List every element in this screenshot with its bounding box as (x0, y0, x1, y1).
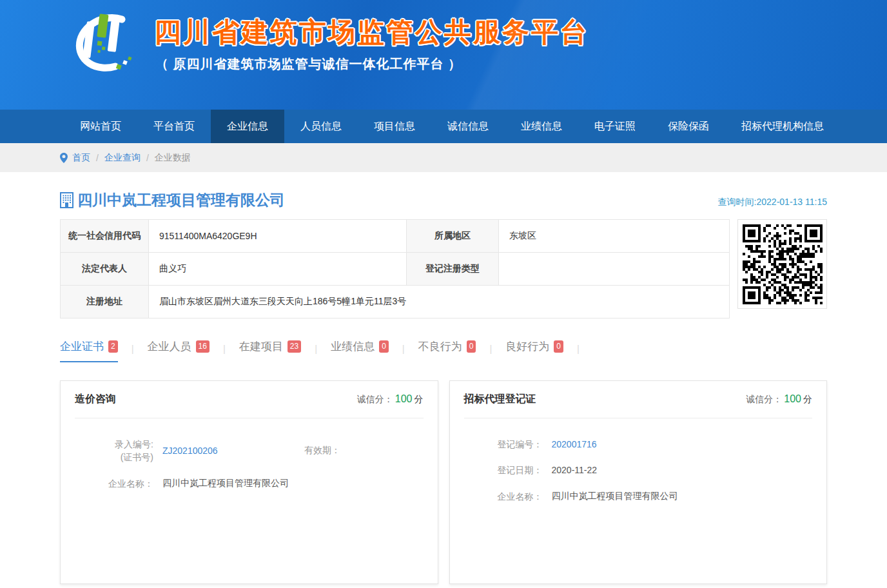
credit-score-unit: 分 (414, 394, 424, 404)
table-row: 注册地址 眉山市东坡区眉州大道东三段天天向上186号5幢1单元11层3号 (61, 286, 730, 318)
field-row: 登记日期： 2020-11-22 (464, 464, 813, 476)
tab-label: 良好行为 (505, 339, 549, 354)
tab-count-badge: 2 (108, 340, 118, 353)
tab-label: 业绩信息 (331, 339, 375, 354)
tab-count-badge: 0 (467, 340, 476, 353)
query-time: 查询时间:2022-01-13 11:15 (718, 197, 827, 210)
nav-item-credit-info[interactable]: 诚信信息 (431, 110, 505, 143)
credit-score: 诚信分：100分 (357, 393, 424, 406)
tab-count-badge: 23 (288, 340, 301, 353)
building-icon (60, 192, 73, 208)
qr-code (743, 224, 823, 304)
nav-item-project-info[interactable]: 项目信息 (358, 110, 431, 143)
info-label: 法定代表人 (61, 253, 149, 286)
field-row: 登记编号： 202001716 (464, 438, 813, 451)
registered-address-value: 眉山市东坡区眉州大道东三段天天向上186号5幢1单元11层3号 (149, 286, 730, 318)
info-label: 统一社会信用代码 (61, 220, 149, 253)
credit-score-value: 100 (395, 393, 413, 404)
tab-label: 不良行为 (418, 339, 462, 354)
cert-number-link[interactable]: ZJ202100206 (162, 446, 266, 456)
detail-tabs: 企业证书 2 | 企业人员 16 | 在建项目 23 | 业绩信息 0 | 不良… (60, 339, 827, 362)
company-name-text: 四川中岚工程项目管理有限公司 (77, 190, 285, 210)
tab-label: 企业证书 (60, 339, 104, 354)
site-title: 四川省建筑市场监管公共服务平台 (154, 14, 589, 50)
tab-separator: | (577, 343, 580, 362)
tab-label: 在建项目 (239, 339, 283, 354)
bidding-agency-cert-card: 招标代理登记证 诚信分：100分 登记编号： 202001716 登记日期： 2… (449, 380, 828, 584)
tab-company-personnel[interactable]: 企业人员 16 (148, 339, 210, 362)
tab-separator: | (132, 343, 134, 362)
credit-score-label: 诚信分： (357, 394, 393, 404)
nav-item-e-certificate[interactable]: 电子证照 (578, 110, 652, 143)
tab-separator: | (402, 343, 405, 362)
field-row: 企业名称： 四川中岚工程项目管理有限公司 (464, 490, 813, 503)
nav-item-bidding-agency-info[interactable]: 招标代理机构信息 (725, 110, 840, 143)
tab-count-badge: 0 (379, 340, 389, 353)
company-name-value: 四川中岚工程项目管理有限公司 (162, 478, 289, 489)
credit-score-value: 100 (784, 393, 801, 404)
breadcrumb-bar: 首页 / 企业查询 / 企业数据 (0, 143, 887, 172)
company-name-label: 企业名称： (464, 490, 543, 503)
credit-score: 诚信分：100分 (746, 393, 812, 406)
table-row: 统一社会信用代码 91511400MA6420GE9H 所属地区 东坡区 (61, 220, 730, 253)
tab-count-badge: 0 (554, 340, 563, 353)
tab-company-cert[interactable]: 企业证书 2 (60, 339, 118, 362)
location-pin-icon (60, 153, 68, 163)
breadcrumb-separator: / (146, 153, 149, 163)
credit-score-unit: 分 (803, 394, 812, 404)
registration-date-value: 2020-11-22 (552, 465, 598, 475)
tab-count-badge: 16 (196, 340, 210, 353)
card-title: 造价咨询 (75, 393, 116, 406)
card-title: 招标代理登记证 (464, 393, 536, 406)
validity-label: 有效期： (282, 445, 340, 456)
tab-separator: | (489, 343, 492, 362)
site-subtitle: （ 原四川省建筑市场监管与诚信一体化工作平台 ） (155, 55, 589, 73)
field-row: 企业名称： 四川中岚工程项目管理有限公司 (75, 477, 424, 490)
registration-number-label: 登记编号： (464, 438, 543, 451)
tab-good-behavior[interactable]: 良好行为 0 (505, 339, 563, 362)
breadcrumb-company-search-link[interactable]: 企业查询 (104, 152, 141, 164)
main-nav: 网站首页 平台首页 企业信息 人员信息 项目信息 诚信信息 业绩信息 电子证照 … (0, 110, 887, 143)
site-header: 四川省建筑市场监管公共服务平台 （ 原四川省建筑市场监管与诚信一体化工作平台 ） (0, 0, 887, 110)
nav-item-platform-home[interactable]: 平台首页 (137, 110, 211, 143)
registration-type-value (499, 253, 730, 286)
registration-number-link[interactable]: 202001716 (552, 439, 597, 449)
credit-score-label: 诚信分： (746, 394, 782, 404)
breadcrumb-current: 企业数据 (155, 152, 191, 164)
nav-item-performance-info[interactable]: 业绩信息 (505, 110, 578, 143)
nav-item-personnel-info[interactable]: 人员信息 (284, 110, 358, 143)
breadcrumb: 首页 / 企业查询 / 企业数据 (60, 143, 827, 172)
company-info-table: 统一社会信用代码 91511400MA6420GE9H 所属地区 东坡区 法定代… (60, 219, 730, 318)
site-logo (60, 5, 142, 84)
nav-item-company-info[interactable]: 企业信息 (211, 110, 284, 143)
tab-construction-projects[interactable]: 在建项目 23 (239, 339, 301, 362)
region-value: 东坡区 (499, 220, 730, 253)
tab-performance-info[interactable]: 业绩信息 0 (331, 339, 389, 362)
legal-rep-value: 曲义巧 (149, 253, 407, 286)
nav-item-insurance-guarantee[interactable]: 保险保函 (652, 110, 725, 143)
nav-item-site-home[interactable]: 网站首页 (64, 110, 137, 143)
breadcrumb-home-link[interactable]: 首页 (72, 152, 90, 164)
company-name-label: 企业名称： (75, 477, 153, 490)
company-name-heading: 四川中岚工程项目管理有限公司 (60, 190, 285, 210)
company-name-value: 四川中岚工程项目管理有限公司 (552, 491, 678, 502)
main-content: 四川中岚工程项目管理有限公司 查询时间:2022-01-13 11:15 统一社… (60, 190, 827, 584)
tab-separator: | (315, 343, 317, 362)
tab-separator: | (223, 343, 226, 362)
info-label: 所属地区 (407, 220, 499, 253)
tab-label: 企业人员 (148, 339, 191, 354)
cost-consulting-card: 造价咨询 诚信分：100分 录入编号: (证书号) ZJ202100206 有效… (60, 380, 438, 584)
registration-date-label: 登记日期： (464, 464, 543, 476)
qr-code-box (737, 219, 827, 309)
tab-bad-behavior[interactable]: 不良行为 0 (418, 339, 476, 362)
info-label: 登记注册类型 (407, 253, 499, 286)
breadcrumb-separator: / (96, 153, 99, 163)
credit-code-value: 91511400MA6420GE9H (149, 220, 407, 253)
info-label: 注册地址 (61, 286, 149, 318)
field-row: 录入编号: (证书号) ZJ202100206 有效期： (75, 438, 424, 464)
table-row: 法定代表人 曲义巧 登记注册类型 (61, 253, 730, 286)
cert-number-label: 录入编号: (证书号) (75, 438, 153, 464)
